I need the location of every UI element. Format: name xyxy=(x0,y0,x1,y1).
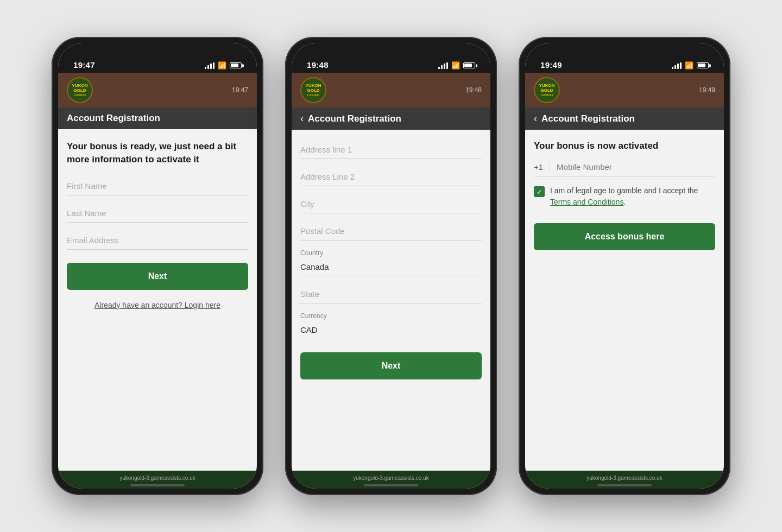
content-3: Your bonus is now activated +1 ✓ I am of… xyxy=(525,130,724,471)
wifi-icon-1: 📶 xyxy=(218,61,226,69)
country-code: +1 xyxy=(534,162,550,172)
access-bonus-button[interactable]: Access bonus here xyxy=(534,223,715,250)
logo-subtext-1: CASINO xyxy=(72,93,88,97)
city-input[interactable] xyxy=(300,195,482,213)
page-title-3: Account Registration xyxy=(541,113,635,124)
phone-2: 19:48 📶 xyxy=(285,37,497,495)
bottom-bar-1: yukongold-3.gameassists.co.uk xyxy=(58,471,257,489)
mobile-input[interactable] xyxy=(557,162,715,172)
email-field xyxy=(67,231,248,256)
content-1: Your bonus is ready, we just need a bit … xyxy=(58,129,257,471)
currency-field: Currency CAD xyxy=(300,312,482,346)
wifi-icon-2: 📶 xyxy=(451,61,460,69)
terms-text: I am of legal age to gamble and I accept… xyxy=(550,185,715,208)
status-time-1: 19:47 xyxy=(73,60,95,69)
terms-after: . xyxy=(623,198,626,206)
nav-header-3: ‹ Account Registration xyxy=(525,107,724,130)
section-title-1: Your bonus is ready, we just need a bit … xyxy=(67,140,248,166)
url-1: yukongold-3.gameassists.co.uk xyxy=(67,475,248,481)
logo-container-1: YUKONGOLD CASINO xyxy=(67,77,93,103)
app-header-3: YUKONGOLD CASINO 19:49 xyxy=(525,73,724,107)
battery-icon-2 xyxy=(463,62,475,68)
address2-field xyxy=(300,168,482,193)
logo-1: YUKONGOLD CASINO xyxy=(67,77,93,103)
home-indicator-3 xyxy=(597,484,652,486)
back-button-2[interactable]: ‹ xyxy=(300,113,304,124)
last-name-field xyxy=(67,204,248,229)
dynamic-island-3 xyxy=(592,43,657,62)
signal-icon-1 xyxy=(205,62,215,69)
address1-field xyxy=(300,141,482,166)
logo-subtext-3: CASINO xyxy=(539,93,555,97)
status-icons-3: 📶 xyxy=(672,61,709,69)
terms-checkbox[interactable]: ✓ xyxy=(534,186,545,197)
signal-icon-2 xyxy=(438,62,448,69)
content-2: Country Canada Currency CAD Next xyxy=(292,130,490,471)
app-header-1: YUKONGOLD CASINO 19:47 xyxy=(58,73,257,107)
postal-field xyxy=(300,222,482,247)
header-time-2: 19:48 xyxy=(465,86,482,94)
signal-icon-3 xyxy=(672,62,682,69)
app-header-2: YUKONGOLD CASINO 19:48 xyxy=(292,73,490,107)
logo-text-3: YUKONGOLD xyxy=(539,84,555,93)
country-field: Country Canada xyxy=(300,249,482,283)
logo-text-1: YUKONGOLD xyxy=(72,84,88,93)
status-time-2: 19:48 xyxy=(307,60,329,69)
home-indicator-2 xyxy=(364,484,418,486)
page-title-1: Account Registration xyxy=(67,113,160,124)
battery-icon-3 xyxy=(697,62,709,68)
status-time-3: 19:49 xyxy=(540,60,562,69)
nav-header-2: ‹ Account Registration xyxy=(292,107,490,130)
url-2: yukongold-3.gameassists.co.uk xyxy=(300,475,482,481)
next-button-1[interactable]: Next xyxy=(67,263,248,290)
logo-2: YUKONGOLD CASINO xyxy=(300,77,326,103)
battery-icon-1 xyxy=(230,62,242,68)
dynamic-island-1 xyxy=(125,43,190,62)
logo-text-2: YUKONGOLD xyxy=(306,84,321,93)
last-name-input[interactable] xyxy=(67,204,248,223)
logo-subtext-2: CASINO xyxy=(306,93,321,97)
terms-link[interactable]: Terms and Conditions xyxy=(550,198,623,206)
bottom-bar-2: yukongold-3.gameassists.co.uk xyxy=(292,471,490,489)
logo-container-2: YUKONGOLD CASINO xyxy=(300,77,326,103)
logo-container-3: YUKONGOLD CASINO xyxy=(534,77,560,103)
url-3: yukongold-3.gameassists.co.uk xyxy=(534,475,715,481)
country-value: Canada xyxy=(300,258,482,276)
country-label: Country xyxy=(300,249,482,257)
wifi-icon-3: 📶 xyxy=(685,61,693,69)
nav-header-1: Account Registration xyxy=(58,107,257,129)
header-time-1: 19:47 xyxy=(232,86,248,94)
terms-before: I am of legal age to gamble and I accept… xyxy=(550,186,698,195)
login-link-1[interactable]: Already have an account? Login here xyxy=(67,301,248,309)
header-time-3: 19:49 xyxy=(699,86,715,94)
bottom-bar-3: yukongold-3.gameassists.co.uk xyxy=(525,471,724,489)
first-name-input[interactable] xyxy=(67,177,248,195)
first-name-field xyxy=(67,177,248,202)
page-title-2: Account Registration xyxy=(308,113,401,124)
dynamic-island-2 xyxy=(358,43,424,62)
section-title-3: Your bonus is now activated xyxy=(534,141,715,151)
currency-label: Currency xyxy=(300,312,482,320)
state-field xyxy=(300,285,482,310)
phone-1: 19:47 📶 xyxy=(52,37,263,495)
currency-value: CAD xyxy=(300,321,482,339)
status-icons-2: 📶 xyxy=(438,61,475,69)
checkmark-icon: ✓ xyxy=(537,188,543,196)
address1-input[interactable] xyxy=(300,141,482,159)
city-field xyxy=(300,195,482,220)
next-button-2[interactable]: Next xyxy=(300,352,482,379)
mobile-row: +1 xyxy=(534,162,715,176)
phone-3: 19:49 📶 xyxy=(519,37,730,495)
logo-3: YUKONGOLD CASINO xyxy=(534,77,560,103)
address2-input[interactable] xyxy=(300,168,482,186)
email-input[interactable] xyxy=(67,231,248,250)
back-button-3[interactable]: ‹ xyxy=(534,113,537,124)
terms-row: ✓ I am of legal age to gamble and I acce… xyxy=(534,185,715,208)
home-indicator-1 xyxy=(130,484,185,486)
status-icons-1: 📶 xyxy=(205,61,242,69)
postal-input[interactable] xyxy=(300,222,482,240)
state-input[interactable] xyxy=(300,285,482,303)
